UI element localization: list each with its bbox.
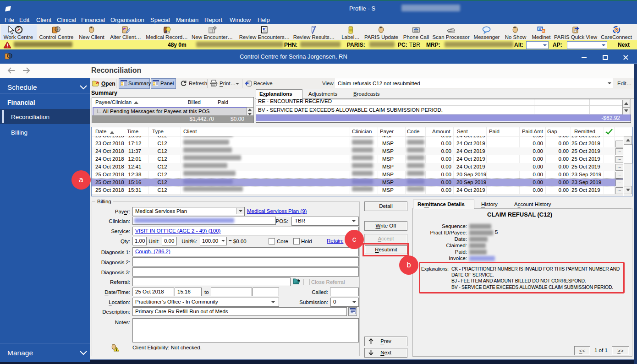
svg-text:Rx: Rx: [543, 30, 546, 33]
svg-text:m: m: [538, 26, 542, 31]
